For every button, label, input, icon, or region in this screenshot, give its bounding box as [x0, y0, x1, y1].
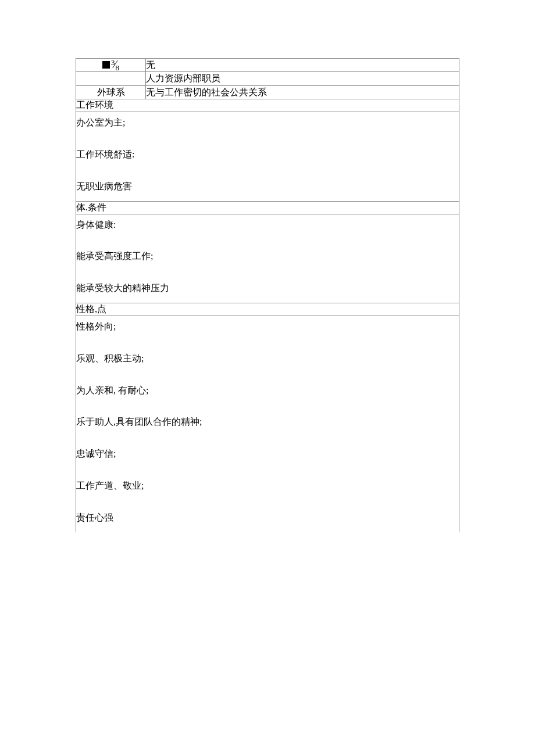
row3-value-cell: 无与工作密切的社会公共关系: [146, 85, 459, 99]
page: 3⁄8 无 人力资源内部职员 外球系 无与工作密切的社会公共关: [0, 0, 535, 756]
fraction-den: 8: [116, 63, 120, 72]
section-header-row: 性格,点: [76, 303, 459, 316]
row2-value-cell: 人力资源内部职员: [146, 72, 459, 85]
env-header-text: 工作环境: [76, 100, 113, 110]
row1-value: 无: [146, 60, 155, 70]
section-body-row: 办公室为主; 工作环境舒适: 无职业病危害: [76, 112, 459, 201]
char-line: 为人亲和, 有耐心;: [76, 380, 459, 412]
body-header-text: 体.条件: [76, 202, 106, 212]
body-body: 身体健康: 能承受高强度工作; 能承受较大的精神压力: [76, 214, 459, 303]
section-header-row: 工作环境: [76, 99, 459, 112]
body-header: 体.条件: [76, 201, 459, 214]
body-line: 能承受较大的精神压力: [76, 278, 459, 303]
section-header-row: 体.条件: [76, 201, 459, 214]
table-row: 人力资源内部职员: [76, 72, 459, 85]
body-line: 能承受高强度工作;: [76, 246, 459, 278]
row3-value: 无与工作密切的社会公共关系: [146, 87, 267, 97]
row3-label: 外球系: [97, 87, 125, 97]
section-body-row: 身体健康: 能承受高强度工作; 能承受较大的精神压力: [76, 214, 459, 303]
row1-value-cell: 无: [146, 59, 459, 72]
env-line: 办公室为主;: [76, 112, 459, 144]
env-header: 工作环境: [76, 99, 459, 112]
char-line: 乐观、积极主动;: [76, 348, 459, 380]
row2-label-cell: [76, 72, 146, 85]
char-line: 工作产道、敬业;: [76, 475, 459, 507]
document-table: 3⁄8 无 人力资源内部职员 外球系 无与工作密切的社会公共关: [76, 58, 459, 532]
table-row: 外球系 无与工作密切的社会公共关系: [76, 85, 459, 99]
row1-label-cell: 3⁄8: [76, 59, 146, 72]
char-header: 性格,点: [76, 303, 459, 316]
char-line: 乐于助人,具有团队合作的精神;: [76, 411, 459, 443]
fraction-num: 3: [111, 58, 115, 67]
body-line: 身体健康:: [76, 214, 459, 246]
char-line: 忠诚守信;: [76, 443, 459, 475]
env-body: 办公室为主; 工作环境舒适: 无职业病危害: [76, 112, 459, 201]
section-body-row: 性格外向; 乐观、积极主动; 为人亲和, 有耐心; 乐于助人,具有团队合作的精神…: [76, 316, 459, 532]
fraction-label: 3⁄8: [111, 59, 119, 70]
char-header-text: 性格,点: [76, 304, 106, 314]
char-body: 性格外向; 乐观、积极主动; 为人亲和, 有耐心; 乐于助人,具有团队合作的精神…: [76, 316, 459, 532]
row2-value: 人力资源内部职员: [146, 73, 220, 83]
table-row: 3⁄8 无: [76, 59, 459, 72]
char-line: 责任心强: [76, 507, 459, 532]
env-line: 无职业病危害: [76, 176, 459, 201]
square-bullet-icon: [102, 61, 110, 69]
char-line: 性格外向;: [76, 316, 459, 348]
row3-label-cell: 外球系: [76, 85, 146, 99]
env-line: 工作环境舒适:: [76, 144, 459, 176]
